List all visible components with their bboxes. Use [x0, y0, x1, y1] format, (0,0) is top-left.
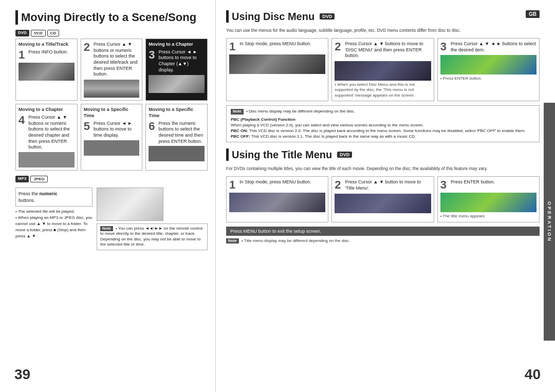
title-step1-text: In Stop mode, press MENU button. [239, 179, 311, 191]
disc-menu-title-bar [226, 10, 229, 23]
left-page: Moving Directly to a Scene/Song DVD VCD … [0, 0, 216, 392]
step3-num: 3 [149, 49, 155, 61]
step2-screen [84, 80, 140, 98]
bottom-bar-text: Press MENU button to exit the setup scre… [230, 229, 322, 234]
mp3-note-area: Note • You can press ◄◄/►► on the remote… [97, 188, 208, 250]
step4-screen [18, 152, 75, 167]
disc-note-text: • Disc menu display may be different dep… [246, 109, 355, 114]
mp3-press-box: Press the numericbuttons. [15, 188, 92, 207]
specific-time-label5: Moving to a Specific Time [84, 107, 140, 119]
chapter-step4-label: Moving to a Chapter [18, 107, 75, 113]
operation-label: OPERATION [547, 201, 552, 242]
disc-menu-intro: You can use the menus for the audio lang… [226, 28, 540, 34]
step2-text: Press Cursor ▲ ▼ buttons or numeric butt… [94, 42, 139, 78]
left-title-text: Moving Directly to a Scene/Song [21, 11, 196, 24]
title-step2-num: 2 [335, 179, 341, 191]
chapter-label-top: Moving to a Chapter [149, 42, 205, 48]
left-section-title: Moving Directly to a Scene/Song [15, 10, 208, 25]
disc-tags-row: DVD VCD CD [15, 30, 208, 36]
mp3-bullets: The selected file will be played. When p… [15, 209, 92, 239]
step5-text: Press Cursor ◄ ► buttons to move to time… [94, 121, 139, 139]
specific-time-box-step5: Moving to a Specific Time 5 Press Cursor… [81, 104, 143, 171]
disc-step1-text: In Stop mode, press MENU button. [239, 41, 311, 52]
title-track-box: Moving to a Title/Track 1 Press INFO but… [15, 39, 78, 101]
title-menu-steps: 1 In Stop mode, press MENU button. 2 Pre… [226, 176, 540, 222]
step1-num: 1 [18, 49, 25, 61]
mp3-step-text: Press the numericbuttons. [18, 191, 89, 203]
disc-step1-screen [229, 54, 325, 74]
title-bar-decoration [15, 10, 18, 25]
pbc-on-text: This VCD disc is version 2.0. The disc i… [249, 128, 526, 133]
note-label-mp3: Note [100, 226, 113, 231]
title-step3-card: 3 Press ENTER button. • The title menu a… [437, 176, 540, 222]
disc-menu-steps: 1 In Stop mode, press MENU button. 2 Pre… [226, 38, 540, 101]
step3-text: Press Cursor ◄ ► buttons to move to Chap… [159, 49, 205, 73]
title-step3-num: 3 [440, 179, 447, 191]
step4-num: 4 [18, 115, 25, 126]
disc-step2-num: 2 [335, 41, 341, 59]
title-menu-section: Using the Title Menu DVD For DVDs contai… [226, 148, 540, 244]
title-step2-screen [335, 194, 431, 213]
disc-step3-enter: • Press ENTER button. [440, 76, 536, 81]
disc-step2-card: 2 Press Cursor ▲ ▼ buttons to move to 'D… [331, 38, 434, 101]
step1-text: Press INFO button. [28, 49, 68, 55]
step2-box: 2 Press Cursor ▲ ▼ buttons or numeric bu… [81, 39, 143, 101]
title-menu-title-bar [226, 148, 229, 161]
mp3-bullet-2: When playing an MP3 or JPEG disc, you ca… [15, 215, 92, 239]
right-page: GB Using Disc Menu DVD You can use the m… [216, 0, 555, 392]
title-step1-card: 1 In Stop mode, press MENU button. [226, 176, 328, 222]
step6-text: Press the numeric buttons to select the … [159, 121, 205, 145]
disc-menu-title: Using Disc Menu [232, 11, 314, 23]
disc-step2-text: Press Cursor ▲ ▼ buttons to move to 'DIS… [345, 41, 431, 59]
mp3-bottom-content: Press the numericbuttons. The selected f… [15, 188, 208, 250]
specific-time-label6: Moving to a Specific Time [149, 107, 205, 119]
dvd-tag: DVD [15, 30, 29, 36]
gb-badge: GB [526, 10, 540, 18]
disc-menu-title-row: Using Disc Menu DVD [226, 10, 540, 23]
disc-step2-subnote: • When you select Disc Menu and this is … [335, 82, 431, 98]
title-menu-intro: For DVDs containing multiple titles, you… [226, 166, 540, 172]
step6-num: 6 [149, 121, 155, 132]
step2-num: 2 [84, 42, 90, 53]
chapter-box-top: Moving to a Chapter 3 Press Cursor ◄ ► b… [145, 39, 208, 101]
disc-step3-card: 3 Press Cursor ▲ ▼ ◄ ► buttons to select… [437, 38, 540, 101]
page-number-right: 40 [525, 366, 541, 383]
mp3-device-image [97, 188, 163, 221]
disc-step1-num: 1 [229, 41, 235, 52]
disc-note-label: Note [231, 109, 244, 115]
title-menu-title-row: Using the Title Menu DVD [226, 148, 540, 161]
vcd-tag: VCD [31, 30, 46, 36]
title-menu-title: Using the Title Menu [232, 149, 332, 161]
pbc-text: When playing a VCD (version 2.0), you ca… [231, 123, 424, 127]
title-track-label: Moving to a Title/Track [18, 42, 75, 48]
title-step2-card: 2 Press Cursor ▲ ▼ button to move to 'Ti… [331, 176, 434, 222]
disc-step2-screen [335, 61, 431, 81]
title-step1-num: 1 [229, 179, 235, 191]
mp3-note-box: Note • You can press ◄◄/►► on the remote… [97, 223, 208, 250]
disc-menu-section: Using Disc Menu DVD You can use the menu… [226, 10, 540, 142]
top-instruction-grid: Moving to a Title/Track 1 Press INFO but… [15, 39, 208, 101]
title-menu-badge: DVD [337, 152, 352, 158]
disc-step3-screen [440, 55, 536, 74]
step4-text: Press Cursor ▲ ▼ buttons or numeric butt… [28, 115, 74, 151]
pbc-off-text: This VCD disc is version 1.1. The disc i… [251, 134, 416, 139]
mp3-step-box: Press the numericbuttons. The selected f… [15, 188, 92, 250]
mp3-bullet-1: The selected file will be played. [15, 209, 92, 215]
title-step3-screen [440, 193, 536, 212]
cd-tag: CD [47, 30, 60, 36]
title-step3-note: • The title menu appears [440, 214, 536, 219]
bottom-note-text: • Title menu display may be different de… [242, 238, 350, 243]
title-step3-text: Press ENTER button. [451, 179, 495, 191]
chapter-box-step4: Moving to a Chapter 4 Press Cursor ▲ ▼ b… [15, 104, 78, 171]
title-step1-screen [229, 193, 325, 212]
mp3-tag: MP3 [15, 176, 29, 182]
step5-num: 5 [84, 121, 90, 132]
mp3-section: MP3 JPEG Press the numericbuttons. The s… [15, 176, 208, 250]
operation-sidebar: OPERATION [544, 103, 555, 341]
disc-step3-num: 3 [440, 41, 447, 53]
disc-menu-note: Note • Disc menu display may be differen… [226, 105, 540, 142]
disc-step1-card: 1 In Stop mode, press MENU button. [226, 38, 328, 101]
bottom-instruction-grid: Moving to a Chapter 4 Press Cursor ▲ ▼ b… [15, 104, 208, 171]
step3-screen [149, 75, 205, 93]
title-step2-text: Press Cursor ▲ ▼ button to move to 'Titl… [345, 179, 431, 191]
